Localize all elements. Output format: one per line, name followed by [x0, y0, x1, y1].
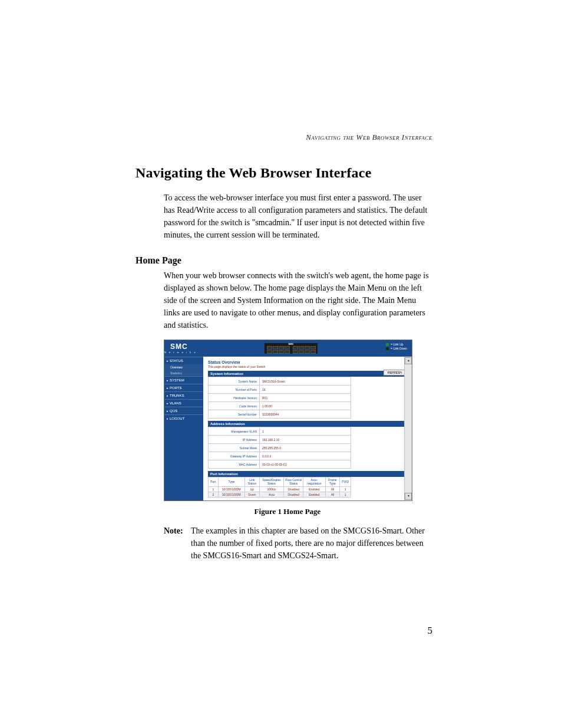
port-info-table: Port Type Link Status Speed/Duplex Statu… — [208, 477, 351, 498]
scroll-down-icon[interactable]: ▾ — [405, 493, 412, 500]
homepage-paragraph: When your web browser connects with the … — [164, 269, 432, 331]
group-port-info: Port Information — [208, 471, 407, 477]
table-row: Subnet Mask255.255.255.0 — [209, 444, 351, 452]
content-pane: Status Overview This page displays the s… — [203, 357, 412, 500]
table-row: Gateway IP Address0.0.0.0 — [209, 452, 351, 460]
brand-logo: SMC N e t w o r k s — [164, 343, 196, 354]
app-body: Status Overview Statistics System Ports … — [164, 357, 412, 500]
group-system-info: System Information — [208, 371, 407, 377]
sidebar-sub-statistics[interactable]: Statistics — [164, 370, 203, 376]
running-header: Navigating the Web Browser Interface — [306, 133, 432, 142]
app-header: SMC N e t w o r k s SMC — [164, 340, 412, 357]
address-info-table: Management VLAN1 IP Address192.168.2.10 … — [208, 427, 351, 469]
note-label: Note: — [164, 525, 191, 562]
table-row: MAC Address00-03-c1-00-00-01 — [209, 460, 351, 469]
table-row: Code Version1.00.00 — [209, 402, 351, 410]
screenshot: SMC N e t w o r k s SMC — [164, 340, 412, 500]
page-title: Status Overview — [208, 360, 407, 364]
legend-down-text: = Link Down — [391, 347, 407, 351]
page-subtitle: This page displays the status of your Sw… — [208, 365, 407, 368]
page-number: 5 — [428, 625, 433, 637]
subsection-heading: Home Page — [135, 255, 432, 266]
scrollbar[interactable]: ▴ ▾ — [404, 357, 412, 500]
table-header-row: Port Type Link Status Speed/Duplex Statu… — [209, 477, 351, 487]
main-menu-sidebar: Status Overview Statistics System Ports … — [164, 357, 203, 500]
scroll-up-icon[interactable]: ▴ — [405, 357, 412, 364]
refresh-button[interactable]: REFRESH — [384, 370, 406, 375]
table-row: Number of Ports16 — [209, 386, 351, 394]
section-heading: Navigating the Web Browser Interface — [135, 165, 432, 181]
sidebar-item-trunks[interactable]: Trunks — [164, 391, 203, 399]
sidebar-item-status[interactable]: Status — [164, 357, 203, 364]
figure-caption: Figure 1 Home Page — [164, 507, 411, 516]
table-row: IP Address192.168.2.10 — [209, 436, 351, 444]
intro-paragraph: To access the web-browser interface you … — [164, 192, 432, 241]
table-row: 2 10/100/1000M Down Auto Disabled Enable… — [209, 492, 351, 498]
sidebar-item-ports[interactable]: Ports — [164, 384, 203, 391]
table-row: Hardware VersionR01 — [209, 394, 351, 402]
sidebar-item-system[interactable]: System — [164, 376, 203, 384]
link-legend: = Link Up = Link Down — [386, 342, 407, 351]
table-row: Management VLAN1 — [209, 427, 351, 436]
sidebar-item-qos[interactable]: QoS — [164, 407, 203, 414]
device-image-label: SMC — [265, 342, 318, 345]
brand-logo-subtext: N e t w o r k s — [164, 351, 196, 354]
sidebar-item-logout[interactable]: Logout — [164, 414, 203, 422]
sidebar-sub-overview[interactable]: Overview — [164, 364, 203, 370]
sidebar-item-vlans[interactable]: VLANs — [164, 399, 203, 407]
legend-up-text: = Link Up — [391, 342, 403, 347]
document-page: Navigating the Web Browser Interface Nav… — [0, 0, 562, 597]
device-image: SMC — [265, 343, 318, 354]
system-info-table: System NameSMCGS16-Smart Number of Ports… — [208, 377, 351, 419]
note-text: The examples in this chapter are based o… — [191, 525, 432, 562]
brand-logo-text: SMC — [170, 342, 188, 351]
table-row: Serial NumberS219000044 — [209, 410, 351, 419]
group-address-info: Address Information — [208, 421, 407, 427]
note: Note: The examples in this chapter are b… — [164, 525, 432, 562]
figure-home-page: SMC N e t w o r k s SMC — [164, 340, 412, 501]
table-row: 1 10/100/1000M Up 100fdx Disabled Enable… — [209, 487, 351, 492]
table-row: System NameSMCGS16-Smart — [209, 377, 351, 386]
